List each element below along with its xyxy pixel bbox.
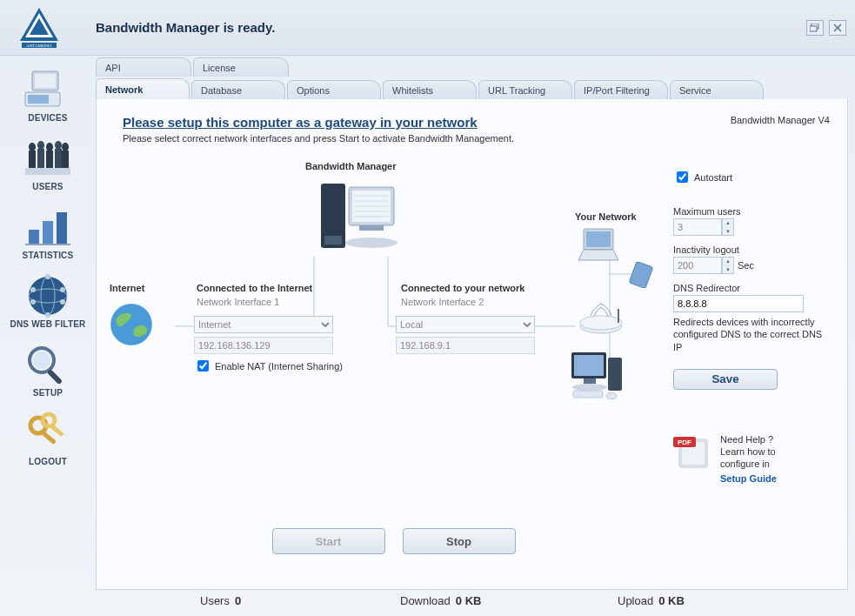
setup-guide-link[interactable]: Setup Guide	[720, 472, 777, 485]
if1-ip	[194, 337, 333, 354]
svg-rect-22	[62, 151, 69, 168]
help-line2: Learn how to	[720, 445, 777, 458]
brand-logo: ANTAMEDIA	[9, 4, 70, 51]
internet-caption: Internet	[110, 283, 144, 293]
version-label: Bandwidth Manager V4	[673, 115, 830, 125]
tab-whitelists[interactable]: Whitelists	[383, 80, 477, 99]
svg-rect-20	[55, 149, 62, 168]
stop-button[interactable]: Stop	[403, 528, 516, 554]
if2-select[interactable]: Local	[396, 316, 535, 333]
svg-rect-52	[324, 236, 342, 244]
sidebar-item-users[interactable]: USERS	[0, 133, 96, 195]
nat-checkbox-input[interactable]	[197, 360, 209, 372]
svg-point-17	[46, 143, 53, 151]
maxusers-spinner[interactable]: ▲▼	[673, 218, 830, 236]
svg-marker-66	[578, 250, 618, 260]
dns-input[interactable]	[673, 295, 804, 312]
network-diagram: Bandwidth Manager	[123, 161, 665, 422]
status-users-value: 0	[235, 594, 241, 607]
dns-hint: Redirects devices with incorrectly confi…	[673, 316, 830, 353]
svg-rect-73	[584, 378, 596, 384]
svg-point-35	[45, 274, 50, 279]
help-line1: Need Help ?	[720, 433, 777, 445]
svg-rect-76	[573, 391, 603, 398]
sidebar-item-dnswebfilter[interactable]: DNS WEB FILTER	[0, 271, 96, 332]
tab-license[interactable]: License	[193, 57, 289, 77]
svg-rect-18	[46, 151, 53, 168]
statusbar: Users 0 Download 0 KB Upload 0 KB	[0, 590, 855, 616]
users-icon	[22, 137, 74, 180]
if1-sub: Network Interface 1	[197, 297, 279, 307]
svg-point-34	[60, 299, 65, 305]
sidebar-item-label: DNS WEB FILTER	[10, 319, 85, 329]
help-line3: configure in	[720, 458, 777, 470]
spinner-arrows[interactable]: ▲▼	[722, 257, 734, 274]
tab-options[interactable]: Options	[287, 80, 381, 99]
sidebar-item-label: SETUP	[33, 388, 63, 398]
svg-rect-24	[29, 230, 39, 244]
status-download-value: 0 KB	[456, 594, 482, 607]
tab-ipport-filtering[interactable]: IP/Port Filtering	[574, 80, 668, 99]
sidebar-item-devices[interactable]: DEVICES	[0, 64, 96, 126]
sidebar-item-label: DEVICES	[28, 113, 67, 123]
svg-rect-27	[25, 244, 70, 245]
svg-point-13	[29, 143, 36, 151]
earth-icon	[105, 298, 157, 351]
nat-checkbox-label: Enable NAT (Internet Sharing)	[215, 361, 343, 372]
status-upload-label: Upload	[618, 594, 653, 607]
sidebar-item-setup[interactable]: SETUP	[0, 339, 96, 401]
svg-rect-75	[608, 358, 622, 391]
tab-api[interactable]: API	[96, 57, 191, 77]
tab-url-tracking[interactable]: URL Tracking	[478, 80, 572, 99]
autostart-checkbox[interactable]: Autostart	[673, 169, 830, 185]
keys-icon	[22, 412, 74, 455]
svg-point-74	[572, 384, 607, 391]
autostart-label: Autostart	[694, 172, 732, 183]
sidebar-item-label: STATISTICS	[23, 251, 74, 260]
maxusers-input[interactable]	[673, 218, 722, 236]
inactivity-input[interactable]	[673, 257, 722, 274]
restore-button[interactable]	[806, 20, 824, 36]
svg-rect-41	[39, 429, 57, 445]
pdf-icon: PDF	[673, 433, 713, 473]
page-subline: Please select correct network interfaces…	[123, 133, 665, 144]
svg-rect-16	[37, 149, 44, 168]
inactivity-suffix: Sec	[738, 260, 754, 271]
start-button[interactable]: Start	[272, 528, 385, 554]
statistics-icon	[22, 205, 74, 249]
magnifier-icon	[22, 343, 74, 386]
svg-point-19	[55, 141, 62, 150]
if1-select[interactable]: Internet	[194, 316, 333, 333]
svg-rect-60	[359, 225, 384, 231]
nat-checkbox[interactable]: Enable NAT (Internet Sharing)	[194, 358, 343, 374]
page-headline: Please setup this computer as a gateway …	[123, 115, 665, 130]
devices-icon	[22, 68, 74, 111]
sidebar-item-statistics[interactable]: STATISTICS	[0, 202, 96, 264]
close-button[interactable]	[829, 20, 846, 36]
spinner-arrows[interactable]: ▲▼	[722, 218, 734, 236]
tab-service[interactable]: Service	[670, 80, 764, 99]
inactivity-label: Inactivity logout	[673, 244, 830, 255]
tab-database[interactable]: Database	[191, 80, 285, 99]
svg-text:PDF: PDF	[678, 439, 691, 446]
svg-text:ANTAMEDIA: ANTAMEDIA	[26, 44, 52, 48]
laptop-icon	[575, 225, 622, 264]
sidebar-item-label: LOGOUT	[29, 457, 67, 466]
yournetwork-caption: Your Network	[575, 211, 637, 222]
svg-point-77	[606, 392, 617, 399]
status-upload-value: 0 KB	[658, 594, 685, 607]
dns-label: DNS Redirector	[673, 283, 830, 293]
phone-icon	[627, 262, 662, 288]
if1-title: Connected to the Internet	[197, 283, 312, 293]
svg-point-61	[345, 238, 397, 248]
svg-rect-12	[28, 95, 49, 104]
if2-sub: Network Interface 2	[401, 297, 484, 307]
sidebar-item-label: USERS	[32, 182, 63, 191]
status-users-label: Users	[200, 594, 230, 607]
sidebar-item-logout[interactable]: LOGOUT	[0, 408, 96, 470]
tab-network[interactable]: Network	[96, 78, 190, 99]
svg-rect-65	[586, 231, 611, 247]
svg-rect-39	[47, 369, 63, 385]
inactivity-spinner[interactable]: ▲▼ Sec	[673, 257, 830, 274]
save-button[interactable]: Save	[673, 369, 778, 390]
